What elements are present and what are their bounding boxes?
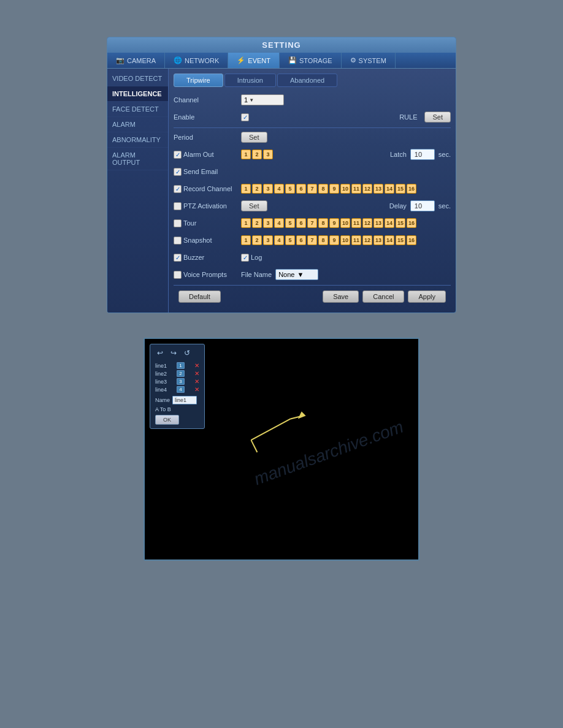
tab-tripwire[interactable]: Tripwire [174,74,223,87]
rec-ch-11[interactable]: 11 [351,184,361,194]
record-channel-checkbox[interactable] [174,185,182,193]
tour-ch-6[interactable]: 6 [296,218,306,228]
snap-ch-12[interactable]: 12 [362,235,372,245]
tour-ch-14[interactable]: 14 [385,218,394,228]
ok-button[interactable]: OK [155,415,179,425]
period-control: Set [241,132,451,143]
set-period-button[interactable]: Set [241,132,267,143]
sidebar-item-intelligence[interactable]: INTELLIGENCE [107,86,168,102]
alarm-ch-3[interactable]: 3 [263,150,273,159]
apply-button[interactable]: Apply [408,290,446,303]
tour-ch-10[interactable]: 10 [340,218,350,228]
rec-ch-14[interactable]: 14 [385,184,394,194]
tour-ch-12[interactable]: 12 [362,218,372,228]
file-name-select[interactable]: None ▼ [275,269,318,280]
sidebar-item-alarm[interactable]: ALARM [107,117,168,132]
nav-event[interactable]: ⚡ EVENT [228,53,280,68]
delay-input[interactable] [410,200,435,211]
tour-ch-5[interactable]: 5 [285,218,295,228]
tour-ch-15[interactable]: 15 [396,218,405,228]
rec-ch-1[interactable]: 1 [241,184,251,194]
snap-ch-6[interactable]: 6 [296,235,306,245]
rec-ch-16[interactable]: 16 [407,184,416,194]
rec-ch-3[interactable]: 3 [263,184,273,194]
alarm-ch-1[interactable]: 1 [241,150,251,159]
default-button[interactable]: Default [178,290,221,303]
rec-ch-6[interactable]: 6 [296,184,306,194]
line4-close-icon[interactable]: ✕ [194,386,199,393]
line2-badge: 2 [177,370,184,377]
line-name-input[interactable] [172,396,197,404]
nav-camera[interactable]: 📷 CAMERA [107,53,165,68]
cancel-button[interactable]: Cancel [362,290,404,303]
alarm-out-checkbox[interactable] [174,151,182,159]
sidebar-item-alarm-output[interactable]: ALARM OUTPUT [107,148,168,170]
snap-ch-11[interactable]: 11 [351,235,361,245]
sidebar-item-face-detect[interactable]: FACE DETECT [107,102,168,117]
snap-ch-1[interactable]: 1 [241,235,251,245]
tour-ch-7[interactable]: 7 [307,218,317,228]
ptz-checkbox[interactable] [174,202,182,210]
set-rule-button[interactable]: Set [424,112,451,123]
snap-ch-13[interactable]: 13 [373,235,383,245]
rec-ch-13[interactable]: 13 [373,184,383,194]
enable-checkbox[interactable] [241,113,249,121]
tab-intrusion[interactable]: Intrusion [224,74,276,87]
snap-ch-3[interactable]: 3 [263,235,273,245]
sidebar-item-video-detect[interactable]: VIDEO DETECT [107,71,168,86]
buzzer-checkbox[interactable] [174,254,182,262]
rec-ch-4[interactable]: 4 [274,184,284,194]
line2-close-icon[interactable]: ✕ [194,370,199,377]
buzzer-row: Buzzer Log [174,251,451,264]
line1-close-icon[interactable]: ✕ [194,362,199,369]
rec-ch-2[interactable]: 2 [252,184,262,194]
snap-ch-15[interactable]: 15 [396,235,405,245]
voice-checkbox[interactable] [174,271,182,279]
rec-ch-5[interactable]: 5 [285,184,295,194]
snapshot-checkbox[interactable] [174,237,182,245]
alarm-ch-2[interactable]: 2 [252,150,262,159]
reset-icon[interactable]: ↺ [182,348,192,358]
tour-checkbox[interactable] [174,219,182,227]
enable-label: Enable [174,113,241,121]
tour-ch-11[interactable]: 11 [351,218,361,228]
tour-ch-4[interactable]: 4 [274,218,284,228]
snap-ch-16[interactable]: 16 [407,235,416,245]
line3-close-icon[interactable]: ✕ [194,378,199,385]
latch-input[interactable] [410,149,435,160]
sidebar-item-abnormality[interactable]: ABNORMALITY [107,132,168,148]
snap-ch-10[interactable]: 10 [340,235,350,245]
rec-ch-12[interactable]: 12 [362,184,372,194]
undo-icon[interactable]: ↩ [155,348,165,358]
rec-ch-15[interactable]: 15 [396,184,405,194]
rec-ch-9[interactable]: 9 [329,184,339,194]
save-button[interactable]: Save [323,290,359,303]
rec-ch-10[interactable]: 10 [340,184,350,194]
nav-system[interactable]: ⚙ SYSTEM [342,53,396,68]
redo-icon[interactable]: ↪ [169,348,178,358]
snap-ch-2[interactable]: 2 [252,235,262,245]
snap-ch-8[interactable]: 8 [318,235,328,245]
send-email-checkbox[interactable] [174,168,182,176]
rec-ch-8[interactable]: 8 [318,184,328,194]
log-checkbox[interactable] [241,254,249,262]
tour-ch-13[interactable]: 13 [373,218,383,228]
tour-ch-9[interactable]: 9 [329,218,339,228]
tour-ch-16[interactable]: 16 [407,218,416,228]
rec-ch-7[interactable]: 7 [307,184,317,194]
tour-ch-1[interactable]: 1 [241,218,251,228]
channel-select[interactable]: 1 ▼ [241,94,284,105]
snap-ch-7[interactable]: 7 [307,235,317,245]
snap-ch-9[interactable]: 9 [329,235,339,245]
file-name-arrow-icon: ▼ [297,271,304,278]
set-ptz-button[interactable]: Set [241,200,267,211]
nav-network[interactable]: 🌐 NETWORK [165,53,228,68]
snap-ch-4[interactable]: 4 [274,235,284,245]
tab-abandoned[interactable]: Abandoned [277,74,337,87]
nav-storage[interactable]: 💾 STORAGE [280,53,342,68]
tour-ch-2[interactable]: 2 [252,218,262,228]
tour-ch-3[interactable]: 3 [263,218,273,228]
snap-ch-5[interactable]: 5 [285,235,295,245]
tour-ch-8[interactable]: 8 [318,218,328,228]
snap-ch-14[interactable]: 14 [385,235,394,245]
